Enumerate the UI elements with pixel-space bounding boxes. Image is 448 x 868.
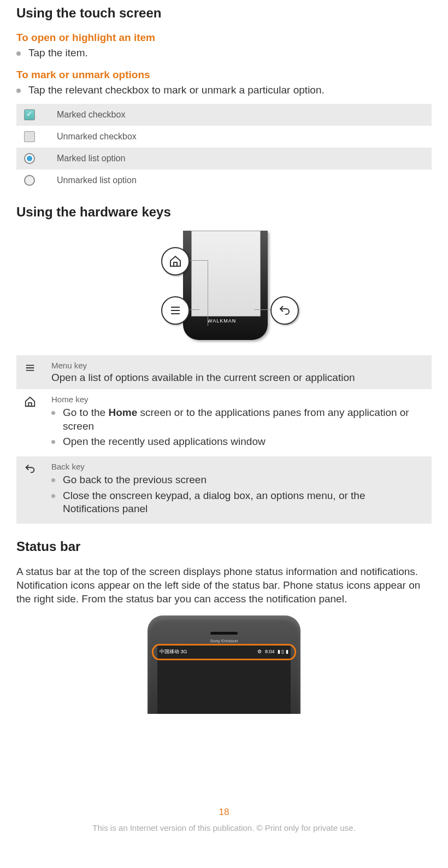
checkbox-legend: Marked checkbox Unmarked checkbox Marked… [16,104,432,191]
status-right: ⚙ 8:04 ▮ ▯ ▮ [257,649,288,654]
status-left: 中国移动 3G [160,648,187,655]
page-content: Using the touch screen To open or highli… [0,5,448,843]
home-icon [24,395,40,451]
status-bar-heading: Status bar [16,539,432,554]
bullet-icon [51,440,55,444]
bullet-icon [51,478,55,482]
menu-key-callout [161,296,190,325]
mark-options-heading: To mark or unmark options [16,69,432,81]
phone-screen [191,231,261,316]
touch-heading: Using the touch screen [16,5,432,21]
menu-key-desc: Open a list of options available in the … [51,372,424,384]
footer-note: This is an Internet version of this publ… [16,823,432,832]
back-key-bullet: Go back to the previous screen [51,473,424,487]
legend-label: Unmarked list option [57,175,137,185]
phone-earpiece [210,632,238,635]
menu-key-row: Menu key Open a list of options availabl… [16,355,432,389]
text: Go back to the previous screen [63,473,207,487]
phone-brand: Sony Ericsson [210,638,238,643]
hardware-keys-diagram: WALKMAN [16,231,432,345]
home-key-bullet: Open the recently used applications wind… [51,435,424,449]
home-key-callout [161,247,190,275]
bullet-icon [16,89,21,93]
back-icon [24,462,40,518]
text: Go to the [63,407,108,418]
legend-row: Unmarked checkbox [16,126,432,148]
back-icon [278,304,291,317]
legend-label: Marked checkbox [57,110,125,120]
text-bold: Home [108,407,137,418]
menu-icon [169,304,182,317]
hardware-keys-legend: Menu key Open a list of options availabl… [16,355,432,524]
unmarked-checkbox-icon [24,131,46,142]
home-key-bullet: Go to the Home screen or to the applicat… [51,406,424,433]
text: Close the onscreen keypad, a dialog box,… [63,489,424,516]
legend-label: Marked list option [57,154,125,163]
legend-row: Marked checkbox [16,104,432,126]
status-bar-diagram: Sony Ericsson 中国移动 3G ⚙ 8:04 ▮ ▯ ▮ [16,615,432,714]
back-key-title: Back key [51,462,424,471]
phone-logo: WALKMAN [208,318,236,324]
unmarked-radio-icon [24,175,46,186]
bullet-icon [51,411,55,415]
legend-label: Unmarked checkbox [57,132,137,142]
back-key-bullet: Close the onscreen keypad, a dialog box,… [51,489,424,516]
menu-icon [24,361,40,384]
open-item-text: Tap the item. [28,47,88,59]
bullet-icon [51,494,55,498]
bullet-icon [16,51,21,56]
open-item-heading: To open or highlight an item [16,32,432,44]
hardware-heading: Using the hardware keys [16,204,432,220]
marked-checkbox-icon [24,109,46,120]
mark-options-bullet: Tap the relevant checkbox to mark or unm… [16,84,432,96]
home-key-row: Home key Go to the Home screen or to the… [16,389,432,456]
back-key-row: Back key Go back to the previous screen … [16,456,432,524]
marked-radio-icon [24,153,46,164]
back-key-callout [270,296,299,325]
open-item-bullet: Tap the item. [16,47,432,59]
legend-row: Unmarked list option [16,169,432,191]
home-key-title: Home key [51,395,424,404]
page-number: 18 [16,807,432,818]
phone-top-illustration: Sony Ericsson 中国移动 3G ⚙ 8:04 ▮ ▯ ▮ [148,615,300,714]
menu-key-title: Menu key [51,361,424,370]
status-bar-paragraph: A status bar at the top of the screen di… [16,565,432,606]
legend-row: Marked list option [16,148,432,169]
mark-options-text: Tap the relevant checkbox to mark or unm… [28,84,325,96]
home-icon [169,255,182,268]
status-bar-content: 中国移动 3G ⚙ 8:04 ▮ ▯ ▮ [160,647,288,656]
text: Open the recently used applications wind… [63,435,266,449]
